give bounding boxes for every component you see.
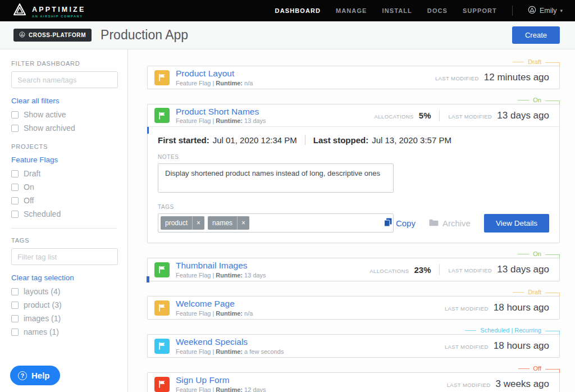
status-badge: On [147,97,560,103]
feature-flag-card-welcome-page: Draft Welcome Page Feature Flag | Runtim… [147,289,560,320]
tag-chip-label: names [208,216,237,230]
card-details: First started: Jul 01, 2020 12:34 PM Las… [148,127,559,243]
checkbox-label: Draft [24,169,40,178]
flag-title-link[interactable]: Weekend Specials [176,337,284,347]
flag-subtitle: Feature Flag | Runtime: 13 days [176,272,266,279]
card-header[interactable]: Thumbnail Images Feature Flag | Runtime:… [148,258,559,281]
filter-dashboard-title: FILTER DASHBOARD [11,60,118,67]
tag-chip: names × [208,216,249,230]
checkbox[interactable] [11,211,19,218]
card-header[interactable]: Welcome Page Feature Flag | Runtime: n/a… [148,297,559,319]
tag-filter-input[interactable] [11,248,118,265]
flag-title-link[interactable]: Sign Up Form [176,375,266,385]
flag-title-link[interactable]: Product Short Names [176,107,266,116]
last-modified: LAST MODIFIED 18 hours ago [445,340,549,352]
allocations: ALLOCATIONS 23% [369,265,431,275]
nav-item-manage[interactable]: MANAGE [336,7,367,14]
checkbox-label: images (1) [24,314,61,323]
last-modified: LAST MODIFIED 13 days ago [448,264,549,275]
checkbox-tag-layouts[interactable]: layouts (4) [11,287,118,296]
filter-sidebar: FILTER DASHBOARD Clear all filters Show … [0,49,128,392]
status-badge: Scheduled | Recurring [147,327,560,334]
notes-textarea[interactable]: Display shortened product names instead … [158,163,394,193]
user-name: Emily [540,7,557,15]
view-details-button[interactable]: View Details [484,214,549,233]
checkbox-label: product (3) [24,300,62,309]
checkbox-on[interactable]: On [11,183,118,192]
checkbox-show-active[interactable]: Show active [11,110,118,119]
platform-badge[interactable]: CROSS-PLATFORM [13,29,92,42]
checkbox[interactable] [11,302,19,309]
checkbox-off[interactable]: Off [11,196,118,205]
nav-item-install[interactable]: INSTALL [382,7,412,14]
flag-subtitle: Feature Flag | Runtime: a few seconds [176,348,284,355]
brand-logo[interactable]: APPTIMIZE AN AIRSHIP COMPANY [12,2,85,19]
checkbox-draft[interactable]: Draft [11,169,118,178]
flag-icon [154,377,170,392]
flag-icon [154,108,170,123]
checkbox-label: Show archived [24,124,75,133]
flag-subtitle: Feature Flag | Runtime: 12 days [176,386,266,392]
flag-title-link[interactable]: Welcome Page [176,299,253,308]
checkbox-label: Show active [24,110,66,119]
checkbox[interactable] [11,329,19,336]
nav-item-support[interactable]: SUPPORT [463,7,497,14]
card-header[interactable]: Weekend Specials Feature Flag | Runtime:… [148,335,559,357]
app-header: CROSS-PLATFORM Production App Create [0,21,575,49]
page-title: Production App [101,28,188,43]
flag-icon [154,70,170,85]
checkbox-tag-images[interactable]: images (1) [11,314,118,323]
checkbox-tag-names[interactable]: names (1) [11,327,118,336]
checkbox-tag-product[interactable]: product (3) [11,300,118,309]
metric-divider [439,264,440,275]
clear-all-filters-link[interactable]: Clear all filters [11,97,118,105]
nav-item-docs[interactable]: DOCS [427,7,448,14]
checkbox[interactable] [11,184,19,191]
checkbox-show-archived[interactable]: Show archived [11,124,118,133]
checkbox[interactable] [11,197,19,204]
user-avatar-icon [528,6,536,16]
search-input[interactable] [11,71,118,88]
projects-title: PROJECTS [11,143,118,150]
feature-flags-link[interactable]: Feature Flags [11,156,118,164]
checkbox[interactable] [11,288,19,295]
card-header[interactable]: Product Short Names Feature Flag | Runti… [148,104,559,127]
tag-chip: product × [161,216,204,230]
flag-subtitle: Feature Flag | Runtime: n/a [176,80,253,86]
checkbox-scheduled[interactable]: Scheduled [11,209,118,218]
copy-button[interactable]: Copy [384,218,416,229]
sidebar-divider [11,228,117,229]
archive-folder-icon [429,218,439,228]
create-button[interactable]: Create [512,26,560,44]
flag-icon [154,339,170,354]
help-label: Help [31,371,50,380]
card-header[interactable]: Sign Up Form Feature Flag | Runtime: 12 … [148,373,559,392]
checkbox[interactable] [11,170,19,177]
feature-flag-card-product-layout: Draft Product Layout Feature Flag | Runt… [147,58,560,89]
feature-flag-card-sign-up-form: Off Sign Up Form Feature Flag | Runtime:… [147,365,560,392]
checkbox[interactable] [11,315,19,322]
last-modified: LAST MODIFIED 3 weeks ago [447,379,549,390]
status-badge: Draft [147,289,560,295]
status-badge: Draft [147,58,560,65]
card-header[interactable]: Product Layout Feature Flag | Runtime: n… [148,66,559,89]
feature-flag-card-weekend-specials: Scheduled | Recurring Weekend Specials F… [147,327,560,358]
clear-tag-selection-link[interactable]: Clear tag selection [11,274,118,282]
user-menu[interactable]: Emily ▾ [528,6,563,16]
help-button[interactable]: ? Help [10,366,60,385]
nav-item-dashboard[interactable]: DASHBOARD [275,7,321,14]
flag-title-link[interactable]: Product Layout [176,69,253,78]
metric-divider [439,110,440,121]
checkbox[interactable] [11,125,19,132]
checkbox[interactable] [11,111,19,118]
remove-tag-icon[interactable]: × [237,216,249,230]
nav-divider [512,6,513,16]
flag-icon [154,262,170,277]
tags-input[interactable]: product × names × [158,213,394,233]
run-history: First started: Jul 01, 2020 12:34 PM Las… [158,135,549,145]
flag-title-link[interactable]: Thumbnail Images [176,261,266,270]
remove-tag-icon[interactable]: × [192,216,204,230]
archive-button[interactable]: Archive [429,218,471,228]
tag-chip-label: product [161,216,192,230]
apptimize-logo-icon [12,2,27,19]
